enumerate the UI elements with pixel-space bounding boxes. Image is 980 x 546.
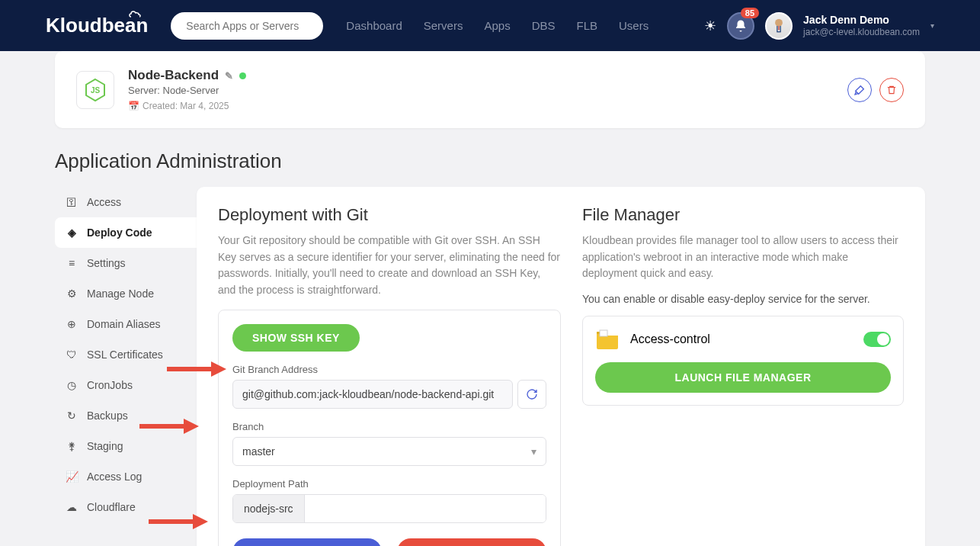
sliders-icon: ≡ bbox=[66, 257, 78, 269]
sidebar-item-cron[interactable]: ◷CronJobs bbox=[55, 370, 197, 400]
server-name: Server: Node-Server bbox=[128, 85, 246, 96]
chart-icon: 📈 bbox=[66, 471, 78, 483]
chevron-down-icon[interactable]: ▾ bbox=[930, 21, 934, 30]
nav-dbs[interactable]: DBS bbox=[532, 19, 556, 32]
path-label: Deployment Path bbox=[232, 478, 546, 490]
avatar[interactable] bbox=[765, 12, 793, 40]
clock-icon: ◷ bbox=[66, 379, 78, 391]
sidebar-item-staging[interactable]: ⚵Staging bbox=[55, 431, 197, 461]
svg-text:JS: JS bbox=[91, 86, 101, 95]
logo[interactable]: Kloudbean bbox=[46, 14, 148, 37]
sidebar-item-manage[interactable]: ⚙Manage Node bbox=[55, 278, 197, 309]
deploy-icon: ◈ bbox=[66, 226, 78, 239]
fmgr-description2: You can enable or disable easy-deploy se… bbox=[582, 293, 904, 305]
sidebar-item-ssl[interactable]: 🛡SSL Certificates bbox=[55, 339, 197, 370]
sidebar-item-settings[interactable]: ≡Settings bbox=[55, 248, 197, 278]
globe-icon: ⊕ bbox=[66, 318, 78, 330]
sidebar: ⚿Access ◈Deploy Code ≡Settings ⚙Manage N… bbox=[55, 187, 197, 546]
refresh-icon: ↻ bbox=[66, 410, 78, 422]
created-date: 📅Created: Mar 4, 2025 bbox=[128, 101, 246, 111]
app-title: Node-Backend ✎ bbox=[128, 68, 246, 83]
sidebar-item-domain[interactable]: ⊕Domain Aliases bbox=[55, 309, 197, 339]
sidebar-item-deploy[interactable]: ◈Deploy Code bbox=[55, 217, 197, 248]
nav-flb[interactable]: FLB bbox=[576, 19, 597, 32]
nav-dashboard[interactable]: Dashboard bbox=[346, 19, 402, 32]
access-control-label: Access-control bbox=[630, 332, 710, 346]
svg-rect-5 bbox=[600, 330, 607, 336]
refresh-button[interactable] bbox=[517, 380, 546, 409]
file-manager-panel: File Manager Kloudbean provides file man… bbox=[582, 205, 904, 546]
launch-button[interactable] bbox=[847, 78, 872, 102]
search-input[interactable] bbox=[171, 12, 323, 40]
user-email: jack@c-level.kloudbean.com bbox=[803, 27, 920, 39]
nav-apps[interactable]: Apps bbox=[484, 19, 510, 32]
nodejs-icon: JS bbox=[76, 71, 114, 109]
sidebar-item-accesslog[interactable]: 📈Access Log bbox=[55, 461, 197, 492]
shield-icon: 🛡 bbox=[66, 348, 78, 361]
sidebar-item-access[interactable]: ⚿Access bbox=[55, 187, 197, 217]
git-description: Your Git repository should be compatible… bbox=[218, 233, 561, 299]
git-panel: Deployment with Git Your Git repository … bbox=[218, 205, 561, 546]
nav-users[interactable]: Users bbox=[619, 19, 649, 32]
svg-point-0 bbox=[775, 18, 783, 26]
delete-repo-button[interactable]: Delete Repo bbox=[397, 538, 546, 546]
git-address-input[interactable] bbox=[232, 380, 513, 409]
gear-icon: ⚙ bbox=[66, 287, 78, 300]
staging-icon: ⚵ bbox=[66, 440, 78, 452]
notification-badge: 85 bbox=[741, 8, 759, 18]
sidebar-item-backups[interactable]: ↻Backups bbox=[55, 400, 197, 431]
key-icon: ⚿ bbox=[66, 196, 78, 208]
calendar-icon: 📅 bbox=[128, 101, 139, 111]
theme-toggle-icon[interactable]: ☀ bbox=[704, 18, 716, 34]
fmgr-heading: File Manager bbox=[582, 205, 904, 225]
nav-servers[interactable]: Servers bbox=[424, 19, 463, 32]
topbar: Kloudbean Dashboard Servers Apps DBS FLB… bbox=[0, 0, 980, 51]
svg-rect-3 bbox=[778, 26, 779, 31]
access-control-toggle[interactable] bbox=[863, 332, 891, 347]
path-input[interactable] bbox=[305, 495, 546, 522]
top-nav: Dashboard Servers Apps DBS FLB Users bbox=[346, 19, 649, 32]
git-heading: Deployment with Git bbox=[218, 205, 561, 225]
show-ssh-key-button[interactable]: SHOW SSH KEY bbox=[232, 324, 360, 352]
branch-address-label: Git Branch Address bbox=[232, 364, 546, 375]
notifications-button[interactable]: 85 bbox=[727, 12, 754, 40]
branch-select[interactable]: master▾ bbox=[232, 437, 546, 466]
fmgr-description: Kloudbean provides file manager tool to … bbox=[582, 233, 904, 282]
delete-button[interactable] bbox=[879, 78, 904, 102]
page-title: Application Administration bbox=[55, 149, 925, 173]
status-dot bbox=[239, 72, 246, 79]
edit-icon[interactable]: ✎ bbox=[225, 70, 233, 82]
app-card: JS Node-Backend ✎ Server: Node-Server 📅C… bbox=[55, 51, 925, 128]
folder-icon bbox=[595, 329, 620, 350]
chevron-down-icon: ▾ bbox=[531, 445, 536, 458]
sidebar-item-cloudflare[interactable]: ☁Cloudflare bbox=[55, 492, 197, 522]
pull-deploy-button[interactable]: Pull & Deploy bbox=[232, 538, 382, 546]
user-name: Jack Denn Demo bbox=[803, 13, 920, 27]
launch-file-manager-button[interactable]: LAUNCH FILE MANAGER bbox=[595, 362, 891, 393]
cloud-icon: ☁ bbox=[66, 501, 78, 513]
user-info[interactable]: Jack Denn Demo jack@c-level.kloudbean.co… bbox=[803, 13, 920, 39]
branch-label: Branch bbox=[232, 421, 546, 432]
path-prefix: nodejs-src bbox=[233, 495, 305, 522]
